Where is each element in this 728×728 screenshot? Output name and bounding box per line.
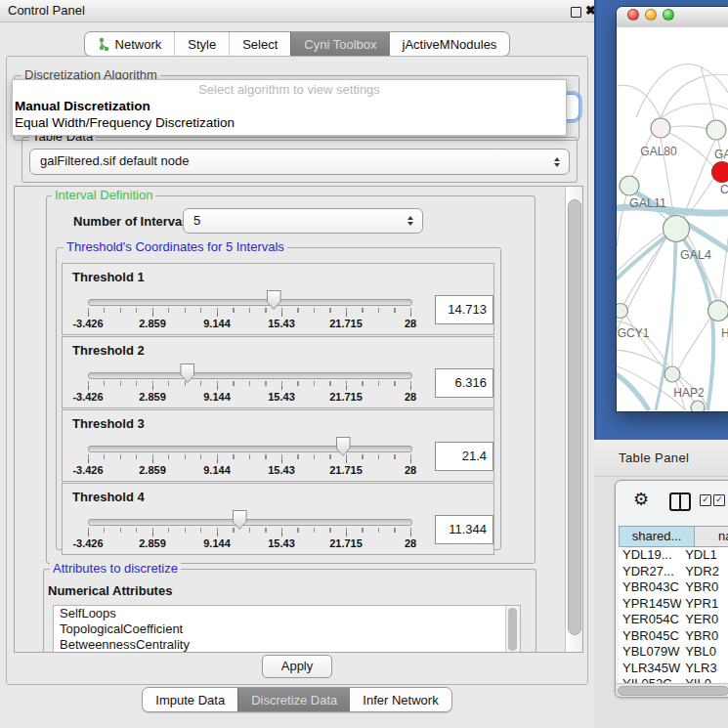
table-horizontal-scrollbar[interactable] — [616, 683, 728, 697]
tab-network[interactable]: Network — [85, 32, 175, 56]
threshold-4-box: Threshold 4 -3.426 2.859 9.144 15.43 21.… — [62, 483, 494, 555]
node-label: H — [721, 326, 728, 340]
threshold-3-box: Threshold 3 -3.426 2.859 9.144 15.43 21.… — [62, 409, 494, 482]
tab-infer-network[interactable]: Infer Network — [350, 688, 450, 711]
list-item[interactable]: BetweennessCentrality — [54, 637, 520, 653]
control-panel-title: Control Panel — [8, 3, 85, 18]
tab-impute-data[interactable]: Impute Data — [143, 688, 237, 711]
network-canvas[interactable]: GAL80 GA C GAL11 GAL4 GCY1 H HAP2 — [617, 27, 728, 411]
table-row[interactable]: YBR043CYBR0 — [619, 579, 728, 596]
combobox-spinner-icon — [554, 157, 560, 167]
tick-label: -3.426 — [72, 391, 103, 403]
mac-close-button[interactable] — [627, 9, 639, 21]
table-row[interactable]: YIL052CYIL0 — [619, 676, 728, 683]
number-of-intervals-combobox[interactable]: 5 — [183, 208, 423, 234]
table-row[interactable]: YBR045CYBR0 — [619, 628, 728, 645]
node-hap2[interactable] — [664, 366, 680, 382]
node-label: HAP2 — [673, 386, 705, 400]
threshold-1-slider-thumb[interactable] — [267, 290, 281, 310]
node-selected-red[interactable] — [712, 162, 728, 183]
node-gal4[interactable] — [664, 216, 690, 242]
tick-label: 9.144 — [203, 391, 231, 403]
table-row[interactable]: YER054CYER0 — [619, 612, 728, 628]
threshold-1-value-field[interactable]: 14.713 — [435, 295, 493, 324]
tab-jactivemnodules[interactable]: jActiveMNodules — [390, 32, 510, 56]
node-label: GAL11 — [629, 196, 666, 210]
threshold-3-slider-thumb[interactable] — [336, 437, 351, 456]
node-gcy1[interactable] — [617, 304, 628, 319]
settings-vertical-scrollbar[interactable] — [565, 187, 582, 652]
list-item[interactable]: SelfLoops — [54, 606, 520, 621]
dropdown-option-equal-width-frequency[interactable]: Equal Width/Frequency Discretization — [15, 115, 235, 130]
table-row[interactable]: YPR145WYPR1 — [619, 596, 728, 613]
list-scrollbar[interactable] — [505, 606, 520, 653]
tick-label: 9.144 — [203, 318, 231, 329]
network-view-window[interactable]: GAL80 GA C GAL11 GAL4 GCY1 H HAP2 — [617, 7, 728, 411]
network-window-titlebar[interactable] — [617, 7, 728, 28]
node[interactable] — [707, 120, 726, 140]
scrollbar-thumb[interactable] — [568, 199, 581, 635]
gear-icon[interactable]: ⚙ — [633, 489, 649, 510]
tab-select[interactable]: Select — [229, 32, 290, 56]
tick-label: 2.859 — [139, 318, 166, 329]
tick-label: 21.715 — [329, 464, 363, 476]
split-columns-icon[interactable] — [669, 492, 691, 511]
table-row[interactable]: YBL079WYBL0 — [619, 644, 728, 661]
tick-label: 15.43 — [268, 464, 295, 476]
table-row[interactable]: YDL19...YDL1 — [619, 547, 728, 564]
node-gal11[interactable] — [620, 176, 639, 195]
apply-button[interactable]: Apply — [262, 655, 332, 678]
node-label: GAL4 — [680, 248, 711, 262]
node-label: GAL80 — [640, 145, 677, 158]
threshold-2-slider-thumb[interactable] — [180, 364, 194, 383]
tab-discretize-data[interactable]: Discretize Data — [237, 688, 350, 711]
tick-label: 21.715 — [329, 318, 363, 329]
checked-box-icon[interactable]: ✓ — [713, 494, 725, 506]
threshold-coordinates-title: Threshold's Coordinates for 5 Intervals — [64, 240, 287, 254]
tick-label: -3.426 — [72, 464, 103, 476]
tick-label: 21.715 — [329, 391, 363, 403]
dropdown-option-manual-discretization[interactable]: Manual Discretization — [15, 99, 150, 113]
settings-scroll-area: Interval Definition Number of Intervals … — [14, 186, 583, 653]
tick-label: 21.715 — [329, 537, 363, 549]
mac-zoom-button[interactable] — [663, 9, 674, 21]
threshold-1-box: Threshold 1 -3.426 2.859 9.144 15.43 21.… — [62, 263, 494, 335]
column-header-shared-name[interactable]: shared... — [619, 526, 695, 547]
numerical-attributes-label: Numerical Attributes — [48, 583, 172, 598]
checked-box-icon[interactable]: ✓ — [700, 494, 711, 506]
tab-network-label: Network — [115, 37, 162, 52]
dropdown-placeholder-option[interactable]: Select algorithm to view settings — [13, 82, 566, 97]
tick-label: 2.859 — [139, 537, 166, 549]
node-gal80[interactable] — [651, 118, 670, 138]
node[interactable] — [691, 401, 705, 411]
cytoscape-desktop: GAL80 GA C GAL11 GAL4 GCY1 H HAP2 — [594, 0, 728, 440]
threshold-4-slider-thumb[interactable] — [233, 510, 247, 530]
threshold-3-value-field[interactable]: 21.4 — [435, 442, 493, 471]
list-item[interactable]: TopologicalCoefficient — [54, 621, 520, 637]
tick-label: 2.859 — [139, 391, 166, 403]
mac-minimize-button[interactable] — [645, 9, 657, 21]
table-data-combobox[interactable]: galFiltered.sif default node — [29, 149, 570, 175]
control-panel-titlebar: Control Panel ✖ — [0, 0, 594, 22]
tab-cyni-toolbox[interactable]: Cyni Toolbox — [290, 32, 389, 56]
table-row[interactable]: YDR27...YDR2 — [619, 564, 728, 580]
interval-definition-title: Interval Definition — [52, 189, 155, 202]
control-panel-tabs: Network Style Select Cyni Toolbox jActiv… — [0, 31, 594, 57]
table-row[interactable]: YLR345WYLR3 — [619, 661, 728, 677]
tick-label: 28 — [405, 537, 416, 549]
table-panel: Table Panel ⚙ ✓ ✓ shared... na YDL19...Y… — [594, 440, 728, 728]
scrollbar-thumb[interactable] — [618, 686, 728, 696]
float-window-icon[interactable] — [571, 7, 581, 18]
threshold-4-value-field[interactable]: 11.344 — [435, 515, 493, 544]
algorithm-dropdown-popup: Select algorithm to view settings Manual… — [12, 79, 567, 136]
tick-label: 28 — [405, 318, 416, 329]
application-window: Control Panel ✖ Network Style Select Cyn… — [0, 0, 728, 728]
tick-label: 28 — [405, 464, 416, 476]
attributes-group-title: Attributes to discretize — [50, 562, 181, 576]
threshold-2-value-field[interactable]: 6.316 — [435, 368, 493, 398]
tick-label: 9.144 — [203, 464, 231, 476]
column-header-name[interactable]: na — [695, 526, 728, 547]
node[interactable] — [708, 301, 728, 321]
tab-style[interactable]: Style — [174, 32, 229, 56]
tick-label: 15.43 — [268, 537, 295, 549]
